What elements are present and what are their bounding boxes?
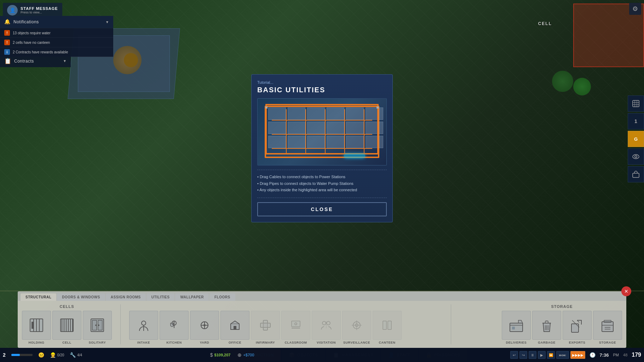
notification-text-1: 13 objects require water	[13, 31, 51, 35]
undo-button[interactable]: ↩	[510, 351, 518, 359]
play-button[interactable]: ▶	[538, 351, 546, 359]
notifications-header[interactable]: 🔔 Notifications ▼	[0, 16, 113, 28]
briefcase-button[interactable]	[628, 166, 644, 182]
settings-button[interactable]: ⚙	[629, 3, 641, 15]
solitary-icon	[83, 311, 112, 340]
gold-button[interactable]: G	[628, 131, 644, 147]
classroom-label: CLASSROOM	[285, 341, 307, 344]
office-icon	[220, 311, 249, 340]
svg-point-2	[635, 156, 637, 158]
panel-close-button[interactable]: ✕	[621, 286, 631, 296]
cells-group: CELLS HOLDING	[22, 304, 112, 344]
room-item-storage[interactable]: STORAGE	[593, 311, 622, 344]
room-item-office[interactable]: OFFICE	[220, 311, 249, 344]
tutorial-modal: Tutorial... BASIC UTILITIES	[251, 74, 393, 222]
room-item-cell[interactable]: CELL	[52, 311, 81, 344]
workers-icon: 👷	[50, 352, 56, 358]
contracts-panel[interactable]: 📋 Contracts ▼	[0, 55, 71, 67]
svg-rect-35	[292, 321, 300, 327]
notification-item-1[interactable]: ! 13 objects require water	[0, 28, 113, 37]
staff-message-title: STAFF MESSAGE	[21, 6, 58, 11]
notifications-panel: 🔔 Notifications ▼ ! 13 objects require w…	[0, 16, 113, 57]
map-button[interactable]	[628, 95, 644, 112]
svg-rect-0	[633, 100, 639, 107]
status-left: 2 😐 👷 0/20 🔧 4/4	[3, 352, 82, 358]
status-bar: 2 😐 👷 0/20 🔧 4/4 $ $109,207 ⊕ +$700 ↩ ↪	[0, 348, 644, 362]
storage-group-title: STORAGE	[551, 304, 573, 309]
room-item-garbage[interactable]: GARBAGE	[532, 311, 561, 344]
tab-structural[interactable]: STRUCTURAL	[21, 293, 56, 301]
pause-button[interactable]: ⏸	[529, 351, 536, 359]
staff-text: STAFF MESSAGE Press to view...	[21, 6, 58, 14]
tab-doors-windows[interactable]: DOORS & WINDOWS	[57, 293, 105, 301]
room-item-visitation: VISITATION	[312, 311, 341, 344]
ff-button[interactable]: ⏩	[547, 351, 555, 359]
svg-rect-46	[388, 321, 391, 329]
tab-wallpaper[interactable]: WALLPAPER	[175, 293, 209, 301]
svg-point-20	[98, 325, 99, 326]
tutorial-content: • Drag Cables to connect objects to Powe…	[257, 174, 387, 193]
svg-rect-45	[383, 321, 386, 329]
rooms-group-1-title	[265, 304, 266, 309]
income-stat: ⊕ +$700	[237, 352, 254, 358]
workers-status: 👷 0/20	[50, 352, 64, 358]
yard-label: YARD	[200, 341, 209, 344]
tab-assign-rooms[interactable]: ASSIGN ROOMS	[106, 293, 146, 301]
eye-button[interactable]	[628, 148, 644, 165]
storage-label: STORAGE	[599, 341, 616, 344]
room-item-solitary[interactable]: SOLITARY	[83, 311, 112, 344]
bell-icon: 🔔	[4, 19, 11, 25]
workers-count: 0/20	[57, 353, 64, 357]
storage-icon	[593, 311, 622, 340]
svg-point-39	[327, 321, 330, 325]
cell-icon	[52, 311, 81, 340]
tutorial-bullet-1: • Drag Cables to connect objects to Powe…	[257, 174, 387, 180]
room-item-canteen-storage: CANTEEN	[373, 311, 402, 344]
room-item-intake[interactable]: INTAKE	[129, 311, 158, 344]
svg-rect-9	[61, 319, 73, 332]
room-item-surveillance: SURVEILLANCE	[342, 311, 371, 344]
room-item-yard[interactable]: YARD	[190, 311, 219, 344]
stability-bar	[11, 354, 33, 356]
contracts-expand-icon: ▼	[63, 59, 67, 63]
svg-point-21	[142, 321, 146, 325]
max-speed-button[interactable]: ▶▶▶▶	[570, 351, 585, 359]
staff-message[interactable]: 👤 STAFF MESSAGE Press to view...	[3, 3, 62, 18]
level-button[interactable]: 1	[628, 113, 644, 129]
exports-label: EXPORTS	[569, 341, 586, 344]
staff-message-subtitle: Press to view...	[21, 11, 58, 14]
room-item-deliveries[interactable]: DELIVERIES	[502, 311, 531, 344]
storage-group: STORAGE DELIVERIES	[502, 304, 622, 344]
cell-label: CELL	[62, 341, 71, 344]
tutorial-bullet-3: • Any objects inside the highlighted are…	[257, 187, 387, 193]
visitation-label: VISITATION	[317, 341, 336, 344]
close-button[interactable]: CLOSE	[257, 202, 387, 216]
deliveries-icon	[502, 311, 531, 340]
cells-group-title: CELLS	[59, 304, 74, 309]
time-display: 7:36	[600, 352, 609, 358]
intake-icon	[129, 311, 158, 340]
room-item-holding[interactable]: HOLDING	[22, 311, 51, 344]
room-item-kitchen[interactable]: KITCHEN	[160, 311, 189, 344]
svg-rect-31	[234, 326, 236, 329]
tab-floors[interactable]: FLOORS	[209, 293, 235, 301]
tutorial-bullet-2: • Drag Pipes to connect objects to Water…	[257, 180, 387, 187]
top-bar: 👤 STAFF MESSAGE Press to view... ⚙	[0, 0, 644, 16]
garbage-label: GARBAGE	[538, 341, 556, 344]
rooms-items-row1: INTAKE KITCHEN	[129, 311, 402, 344]
cells-items: HOLDING CELL	[22, 311, 112, 344]
notification-item-2[interactable]: ! 2 cells have no canteen	[0, 37, 113, 47]
room-item-infirmary[interactable]: INFIRMARY	[251, 311, 280, 344]
kitchen-label: KITCHEN	[166, 341, 182, 344]
infirmary-label: INFIRMARY	[256, 341, 275, 344]
surveillance-icon	[342, 311, 371, 340]
fff-button[interactable]: ⏭⏭	[556, 351, 569, 359]
redo-button[interactable]: ↪	[519, 351, 527, 359]
tab-utilities[interactable]: UTILITIES	[146, 293, 175, 301]
tutorial-image	[257, 98, 387, 165]
day-period: PM	[613, 353, 619, 357]
room-item-exports[interactable]: EXPORTS	[563, 311, 592, 344]
holding-label: HOLDING	[29, 341, 45, 344]
tools-count: 4/4	[77, 353, 82, 357]
notifications-expand-icon: ▼	[105, 20, 109, 24]
